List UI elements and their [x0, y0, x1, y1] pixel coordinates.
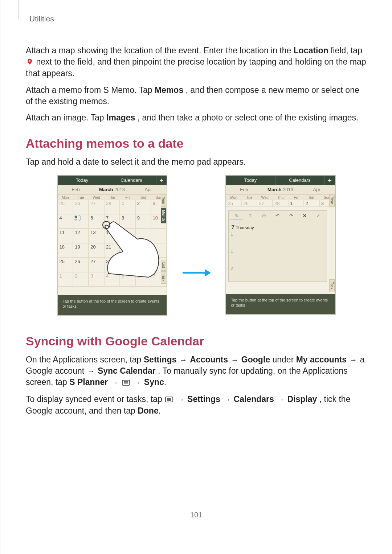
month-label: March	[99, 187, 113, 192]
current-month: March 2013	[262, 187, 299, 192]
text: Attach a memo from S Memo. Tap	[26, 85, 155, 95]
memo-line[interactable]	[229, 282, 327, 299]
bold-calendars: Calendars	[234, 394, 274, 404]
date-cell-today[interactable]: 5	[73, 214, 89, 229]
tab-year[interactable]: Year	[329, 194, 335, 207]
date-cell[interactable]: 18	[58, 243, 73, 258]
date-cell[interactable]: 11	[58, 229, 73, 243]
section1-body: Tap and hold a date to select it and the…	[26, 156, 367, 168]
eraser-icon[interactable]: ⦵	[257, 212, 270, 219]
text: .	[159, 406, 161, 415]
tab-year[interactable]: Year	[161, 194, 166, 207]
pen-icon[interactable]: ✎	[230, 212, 243, 220]
memo-line[interactable]: 2	[229, 265, 327, 282]
date-cell[interactable]: 19	[73, 243, 89, 258]
days-header: Mon Tue Wed Thu Fri Sat Sun	[58, 195, 167, 200]
day-sat: Sat	[135, 195, 151, 200]
add-button[interactable]: +	[325, 176, 335, 185]
text: On the Applications screen, tap	[26, 355, 144, 364]
date-cell[interactable]: 26	[73, 200, 89, 214]
date-cell[interactable]: 26	[73, 258, 89, 272]
heading-attaching-memos: Attaching memos to a date	[26, 136, 367, 151]
phone-before: Today Calendars + Feb March 2013 Apr Mon…	[57, 175, 167, 316]
arrow-icon: →	[276, 395, 285, 403]
arrow-icon: →	[230, 356, 239, 364]
memo-line[interactable]: 1	[229, 231, 327, 248]
day-tue: Tue	[73, 195, 89, 200]
arrow-icon: →	[133, 378, 142, 386]
memo-date: 7 Thursday	[229, 222, 327, 231]
text: Attach a map showing the location of the…	[26, 46, 294, 55]
memo-lines[interactable]: 1 1 2	[229, 231, 327, 299]
date-cell[interactable]: 28	[104, 200, 120, 214]
memo-pad[interactable]: ✎ T ⦵ ↶ ↷ ✕ ✓ 7 Thursday 1 1 2	[228, 210, 327, 282]
date-cell[interactable]: 25	[226, 200, 242, 207]
text-icon[interactable]: T	[244, 212, 257, 219]
day-mon: Mon	[58, 195, 73, 200]
text: , and then take a photo or select one of…	[138, 113, 359, 122]
phone-after: Today Calendars + Feb March 2013 Apr Mon…	[225, 175, 336, 315]
text: under	[272, 355, 296, 364]
date-cell[interactable]: 1	[58, 272, 73, 287]
day-wed: Wed	[257, 195, 273, 200]
heading-syncing: Syncing with Google Calendar	[26, 334, 367, 348]
next-month[interactable]: Apr	[299, 187, 335, 192]
sync-para-1: On the Applications screen, tap Settings…	[26, 354, 367, 389]
bold-memos: Memos	[155, 85, 183, 95]
date-cell[interactable]: 1	[288, 200, 304, 207]
date-cell[interactable]: 2	[304, 200, 319, 207]
today-button[interactable]: Today	[58, 176, 107, 185]
calendars-button[interactable]: Calendars	[275, 176, 325, 185]
prev-month[interactable]: Feb	[226, 187, 262, 192]
calendar-grid[interactable]: 25 26 27 28 1 2 3	[226, 200, 335, 207]
arrow-icon: →	[349, 356, 358, 364]
date-cell[interactable]: 2	[73, 272, 89, 287]
bold-sync: Sync	[144, 377, 164, 387]
month-label: March	[268, 187, 281, 192]
current-month: March 2013	[94, 187, 130, 192]
tab-task[interactable]: Task	[329, 279, 335, 292]
intro-para-2: Attach a memo from S Memo. Tap Memos , a…	[26, 85, 367, 107]
next-month[interactable]: Apr	[130, 187, 167, 192]
bold-accounts: Accounts	[190, 355, 228, 364]
text: next to the field, and then pinpoint the…	[26, 57, 366, 78]
arrow-icon: →	[176, 395, 185, 403]
date-cell[interactable]: 27	[89, 200, 104, 214]
check-icon[interactable]: ✓	[312, 212, 325, 219]
date-cell[interactable]: 1	[120, 200, 135, 214]
arrow-icon: →	[110, 378, 119, 386]
date-cell[interactable]: 28	[273, 200, 288, 207]
arrow-right-icon	[182, 267, 211, 278]
map-pin-icon	[26, 57, 33, 68]
day-thu: Thu	[273, 195, 288, 200]
date-cell[interactable]: 26	[241, 200, 257, 207]
date-cell[interactable]: 4	[58, 214, 73, 229]
date-cell[interactable]: 25	[58, 258, 73, 272]
memo-line[interactable]: 1	[229, 248, 327, 265]
undo-icon[interactable]: ↶	[271, 212, 284, 219]
date-cell[interactable]: 25	[58, 200, 73, 214]
bold-splanner: S Planner	[69, 377, 108, 387]
arrow-icon: →	[87, 367, 95, 375]
today-button[interactable]: Today	[226, 176, 275, 185]
date-cell[interactable]: 2	[135, 200, 151, 214]
prev-month[interactable]: Feb	[58, 187, 94, 192]
redo-icon[interactable]: ↷	[285, 212, 298, 219]
intro-para-3: Attach an image. Tap Images , and then t…	[26, 112, 367, 123]
add-button[interactable]: +	[156, 176, 167, 185]
day-wed: Wed	[89, 195, 104, 200]
svg-marker-3	[205, 269, 211, 276]
bold-settings: Settings	[144, 355, 177, 364]
day-mon: Mon	[226, 195, 242, 200]
svg-point-0	[29, 60, 30, 62]
day-fri: Fri	[120, 195, 135, 200]
text: field, tap	[331, 46, 362, 55]
day-thu: Thu	[104, 195, 120, 200]
day-sat: Sat	[304, 195, 319, 200]
calendars-button[interactable]: Calendars	[107, 176, 156, 185]
date-cell[interactable]: 12	[73, 229, 89, 243]
memo-toolbar: ✎ T ⦵ ↶ ↷ ✕ ✓	[229, 211, 327, 222]
hand-pointer-icon	[98, 216, 163, 281]
date-cell[interactable]: 27	[257, 200, 273, 207]
close-icon[interactable]: ✕	[298, 212, 311, 219]
